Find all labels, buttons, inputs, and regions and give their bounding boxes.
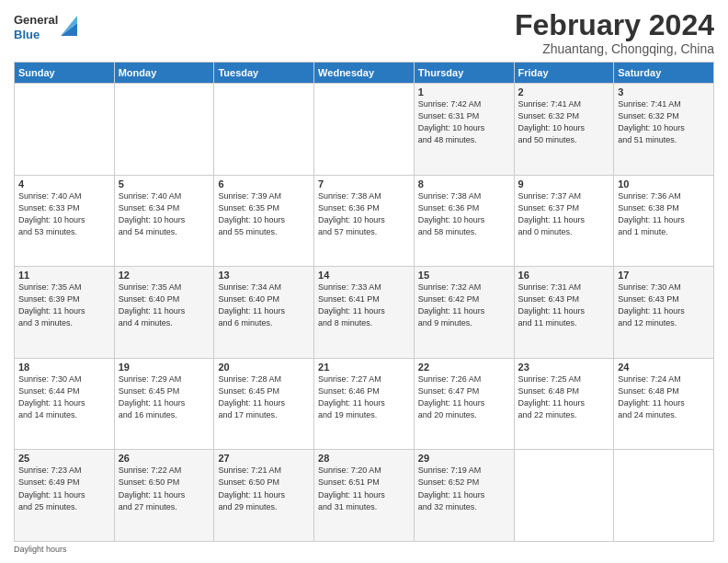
footer-note: Daylight hours [14,545,67,554]
day-number: 21 [318,362,410,373]
day-number: 19 [119,362,210,373]
day-info: Sunrise: 7:41 AM Sunset: 6:32 PM Dayligh… [618,98,710,146]
day-number: 15 [418,270,510,281]
week-row-0: 1Sunrise: 7:42 AM Sunset: 6:31 PM Daylig… [15,84,714,176]
day-number: 27 [218,453,310,464]
day-info: Sunrise: 7:38 AM Sunset: 6:36 PM Dayligh… [318,190,410,238]
day-info: Sunrise: 7:42 AM Sunset: 6:31 PM Dayligh… [418,98,510,146]
day-info: Sunrise: 7:23 AM Sunset: 6:49 PM Dayligh… [18,465,110,512]
day-cell [514,450,614,542]
day-cell: 26Sunrise: 7:22 AM Sunset: 6:50 PM Dayli… [114,450,214,542]
day-cell: 29Sunrise: 7:19 AM Sunset: 6:52 PM Dayli… [414,450,514,542]
location-title: Zhuantang, Chongqing, China [515,41,714,56]
day-cell [114,84,214,176]
day-header-saturday: Saturday [614,63,714,84]
day-cell [314,84,415,176]
logo-blue: Blue [14,28,58,42]
title-area: February 2024 Zhuantang, Chongqing, Chin… [515,9,714,56]
logo-general: General [14,13,58,28]
day-number: 17 [618,270,710,281]
day-number: 7 [318,178,410,190]
day-number: 18 [18,362,110,373]
day-info: Sunrise: 7:40 AM Sunset: 6:34 PM Dayligh… [119,190,210,238]
day-cell: 22Sunrise: 7:26 AM Sunset: 6:47 PM Dayli… [414,358,514,450]
day-cell: 17Sunrise: 7:30 AM Sunset: 6:43 PM Dayli… [614,267,714,359]
day-header-tuesday: Tuesday [214,63,314,84]
day-number: 22 [418,362,510,373]
day-number: 28 [318,453,410,464]
day-header-thursday: Thursday [414,63,514,84]
day-number: 24 [618,362,710,373]
day-cell: 2Sunrise: 7:41 AM Sunset: 6:32 PM Daylig… [514,84,614,176]
day-number: 6 [218,178,310,190]
day-info: Sunrise: 7:33 AM Sunset: 6:41 PM Dayligh… [318,282,410,329]
day-info: Sunrise: 7:24 AM Sunset: 6:48 PM Dayligh… [618,373,710,421]
day-header-wednesday: Wednesday [314,63,415,84]
day-number: 5 [119,178,210,190]
footer: Daylight hours [14,542,714,554]
day-info: Sunrise: 7:30 AM Sunset: 6:44 PM Dayligh… [18,373,110,421]
day-cell: 18Sunrise: 7:30 AM Sunset: 6:44 PM Dayli… [15,358,115,450]
day-cell: 15Sunrise: 7:32 AM Sunset: 6:42 PM Dayli… [414,267,514,359]
day-info: Sunrise: 7:37 AM Sunset: 6:37 PM Dayligh… [518,190,610,238]
day-info: Sunrise: 7:26 AM Sunset: 6:47 PM Dayligh… [418,373,510,421]
day-info: Sunrise: 7:27 AM Sunset: 6:46 PM Dayligh… [318,373,410,421]
day-cell: 24Sunrise: 7:24 AM Sunset: 6:48 PM Dayli… [614,358,714,450]
day-cell: 10Sunrise: 7:36 AM Sunset: 6:38 PM Dayli… [614,175,714,267]
day-cell: 23Sunrise: 7:25 AM Sunset: 6:48 PM Dayli… [514,358,614,450]
day-cell: 13Sunrise: 7:34 AM Sunset: 6:40 PM Dayli… [214,267,314,359]
day-number: 1 [418,86,510,98]
header: General Blue February 2024 Zhuantang, Ch… [14,9,714,56]
day-number: 26 [119,453,210,464]
day-info: Sunrise: 7:22 AM Sunset: 6:50 PM Dayligh… [119,465,210,512]
day-number: 14 [318,270,410,281]
day-number: 23 [518,362,610,373]
day-info: Sunrise: 7:36 AM Sunset: 6:38 PM Dayligh… [618,190,710,238]
day-info: Sunrise: 7:30 AM Sunset: 6:43 PM Dayligh… [618,282,710,329]
day-info: Sunrise: 7:28 AM Sunset: 6:45 PM Dayligh… [218,373,310,421]
week-row-4: 25Sunrise: 7:23 AM Sunset: 6:49 PM Dayli… [15,450,714,542]
month-title: February 2024 [515,9,714,41]
day-number: 4 [18,178,110,190]
day-cell: 3Sunrise: 7:41 AM Sunset: 6:32 PM Daylig… [614,84,714,176]
day-cell: 21Sunrise: 7:27 AM Sunset: 6:46 PM Dayli… [314,358,415,450]
day-cell: 28Sunrise: 7:20 AM Sunset: 6:51 PM Dayli… [314,450,415,542]
day-number: 3 [618,86,710,98]
day-info: Sunrise: 7:39 AM Sunset: 6:35 PM Dayligh… [218,190,310,238]
day-number: 12 [119,270,210,281]
day-cell: 27Sunrise: 7:21 AM Sunset: 6:50 PM Dayli… [214,450,314,542]
day-info: Sunrise: 7:35 AM Sunset: 6:40 PM Dayligh… [119,282,210,329]
day-header-friday: Friday [514,63,614,84]
day-info: Sunrise: 7:31 AM Sunset: 6:43 PM Dayligh… [518,282,610,329]
day-info: Sunrise: 7:25 AM Sunset: 6:48 PM Dayligh… [518,373,610,421]
week-row-3: 18Sunrise: 7:30 AM Sunset: 6:44 PM Dayli… [15,358,714,450]
week-row-2: 11Sunrise: 7:35 AM Sunset: 6:39 PM Dayli… [15,267,714,359]
day-number: 13 [218,270,310,281]
day-cell: 19Sunrise: 7:29 AM Sunset: 6:45 PM Dayli… [114,358,214,450]
day-cell: 6Sunrise: 7:39 AM Sunset: 6:35 PM Daylig… [214,175,314,267]
day-cell: 8Sunrise: 7:38 AM Sunset: 6:36 PM Daylig… [414,175,514,267]
day-cell [614,450,714,542]
day-info: Sunrise: 7:40 AM Sunset: 6:33 PM Dayligh… [18,190,110,238]
day-info: Sunrise: 7:38 AM Sunset: 6:36 PM Dayligh… [418,190,510,238]
day-info: Sunrise: 7:29 AM Sunset: 6:45 PM Dayligh… [119,373,210,421]
day-number: 29 [418,453,510,464]
day-info: Sunrise: 7:32 AM Sunset: 6:42 PM Dayligh… [418,282,510,329]
day-header-sunday: Sunday [15,63,115,84]
logo-icon [61,16,77,36]
day-number: 20 [218,362,310,373]
day-header-monday: Monday [114,63,214,84]
day-info: Sunrise: 7:34 AM Sunset: 6:40 PM Dayligh… [218,282,310,329]
day-info: Sunrise: 7:20 AM Sunset: 6:51 PM Dayligh… [318,465,410,512]
day-cell: 16Sunrise: 7:31 AM Sunset: 6:43 PM Dayli… [514,267,614,359]
day-info: Sunrise: 7:35 AM Sunset: 6:39 PM Dayligh… [18,282,110,329]
day-cell: 11Sunrise: 7:35 AM Sunset: 6:39 PM Dayli… [15,267,115,359]
calendar-table: SundayMondayTuesdayWednesdayThursdayFrid… [14,62,714,542]
day-number: 2 [518,86,610,98]
day-info: Sunrise: 7:19 AM Sunset: 6:52 PM Dayligh… [418,465,510,512]
day-info: Sunrise: 7:41 AM Sunset: 6:32 PM Dayligh… [518,98,610,146]
day-number: 16 [518,270,610,281]
header-row: SundayMondayTuesdayWednesdayThursdayFrid… [15,63,714,84]
day-cell: 14Sunrise: 7:33 AM Sunset: 6:41 PM Dayli… [314,267,415,359]
day-cell: 9Sunrise: 7:37 AM Sunset: 6:37 PM Daylig… [514,175,614,267]
